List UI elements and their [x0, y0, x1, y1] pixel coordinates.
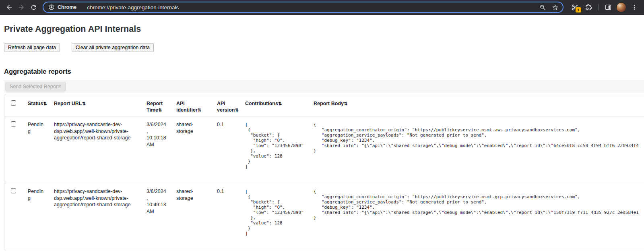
scissors-extension-icon[interactable]: 1 — [569, 2, 580, 13]
header-report-time[interactable]: Report Time⇅ — [142, 95, 172, 116]
select-all-checkbox-cell — [4, 95, 24, 116]
chrome-logo-icon — [48, 4, 55, 10]
row-checkbox-cell — [4, 183, 24, 250]
row-checkbox[interactable] — [11, 188, 16, 193]
cell-report-time: 3/6/2024, 10:49:13 AM — [142, 183, 172, 250]
table-row: Pending https://privacy-sandcastle-dev-d… — [4, 183, 644, 250]
reports-controls-bar: Send Selected Reports — [4, 80, 644, 93]
chrome-chip-label: Chrome — [58, 4, 76, 10]
cell-contributions: [ { "bucket": { "high": "0", "low": "123… — [241, 116, 310, 183]
cell-api-version: 0.1 — [213, 116, 241, 183]
row-checkbox[interactable] — [11, 121, 16, 127]
side-panel-icon[interactable] — [603, 2, 614, 13]
header-contributions[interactable]: Contributions⇅ — [241, 95, 310, 116]
refresh-all-button[interactable]: Refresh all page data — [4, 43, 60, 52]
bookmark-star-icon[interactable] — [552, 4, 559, 11]
clear-all-button[interactable]: Clear all private aggregation data — [72, 43, 154, 52]
page-title: Private Aggregation API Internals — [4, 24, 640, 35]
sort-icon: ⇅ — [198, 108, 201, 112]
section-title: Aggregatable reports — [4, 67, 640, 76]
header-report-url[interactable]: Report URL⇅ — [50, 95, 142, 116]
toolbar-actions: 1 — [569, 2, 640, 13]
select-all-checkbox[interactable] — [11, 100, 16, 106]
cell-api-identifier: shared-storage — [172, 183, 213, 250]
sort-icon: ⇅ — [235, 108, 238, 112]
reload-icon[interactable] — [27, 1, 39, 13]
sort-icon: ⇅ — [344, 101, 347, 106]
cell-status: Pending — [24, 183, 50, 250]
cell-api-identifier: shared-storage — [172, 116, 213, 183]
forward-icon — [15, 1, 27, 13]
profile-avatar[interactable] — [616, 2, 626, 12]
sort-icon: ⇅ — [158, 108, 161, 112]
extensions-puzzle-icon[interactable] — [583, 2, 594, 13]
zoom-icon[interactable] — [539, 4, 546, 11]
address-bar[interactable]: Chrome chrome://private-aggregation-inte… — [43, 2, 564, 13]
sort-icon: ⇅ — [278, 101, 281, 106]
send-selected-reports-button[interactable]: Send Selected Reports — [5, 82, 66, 91]
row-checkbox-cell — [4, 116, 24, 183]
cell-report-url: https://privacy-sandcastle-dev-dsp.web.a… — [50, 183, 142, 250]
extension-badge: 1 — [575, 7, 582, 13]
browser-toolbar: Chrome chrome://private-aggregation-inte… — [0, 0, 644, 15]
header-status[interactable]: Status⇅ — [24, 95, 50, 116]
header-api-version[interactable]: API version⇅ — [213, 95, 241, 116]
cell-report-body: { "aggregation_coordinator_origin": "htt… — [310, 116, 644, 183]
url-text[interactable]: chrome://private-aggregation-internals — [87, 4, 534, 10]
toolbar-separator — [598, 4, 599, 10]
cell-contributions: [ { "bucket": { "high": "0", "low": "123… — [241, 183, 310, 250]
table-header-row: Status⇅ Report URL⇅ Report Time⇅ API ide… — [4, 95, 644, 116]
page-actions: Refresh all page data Clear all private … — [4, 43, 640, 52]
cell-report-time: 3/6/2024, 10:10:18 AM — [142, 116, 172, 183]
sort-icon: ⇅ — [43, 101, 46, 106]
cell-status: Pending — [24, 116, 50, 183]
cell-api-version: 0.1 — [213, 183, 241, 250]
back-icon[interactable] — [3, 1, 15, 13]
sort-icon: ⇅ — [82, 101, 85, 106]
three-dot-menu-icon[interactable] — [629, 2, 640, 13]
header-report-body[interactable]: Report Body⇅ — [310, 95, 644, 116]
cell-report-url: https://privacy-sandcastle-dev-dsp.web.a… — [50, 116, 142, 183]
table-row: Pending https://privacy-sandcastle-dev-d… — [4, 116, 644, 183]
aggregatable-reports-table: Status⇅ Report URL⇅ Report Time⇅ API ide… — [4, 95, 644, 250]
header-api-identifier[interactable]: API identifier⇅ — [172, 95, 213, 116]
cell-report-body: { "aggregation_coordinator_origin": "htt… — [310, 183, 644, 250]
